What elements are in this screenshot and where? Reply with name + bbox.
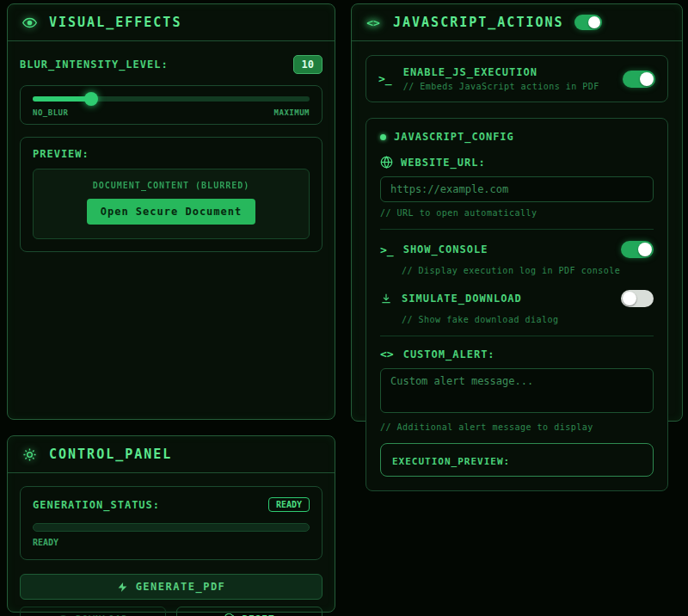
gear-icon <box>20 445 39 464</box>
show-console-hint: // Display execution log in PDF console <box>402 266 654 275</box>
show-console-label: SHOW_CONSOLE <box>403 243 611 256</box>
javascript-actions-master-toggle[interactable] <box>574 15 602 30</box>
status-text: READY <box>33 538 310 547</box>
generation-progress-bar <box>33 523 310 532</box>
enable-js-toggle[interactable] <box>623 71 655 88</box>
visual-effects-panel: VISUAL_EFFECTS BLUR_INTENSITY_LEVEL: 10 … <box>7 3 335 420</box>
globe-icon <box>380 156 393 169</box>
terminal-icon: >_ <box>380 243 394 256</box>
config-section-title: JAVASCRIPT_CONFIG <box>394 131 514 143</box>
toggle-knob <box>638 243 652 256</box>
website-url-input[interactable] <box>380 176 654 202</box>
javascript-actions-header: <> JAVASCRIPT_ACTIONS <box>352 4 682 41</box>
custom-alert-textarea[interactable] <box>380 368 654 413</box>
download-button[interactable]: DOWNLOAD <box>20 607 166 616</box>
javascript-config-section: JAVASCRIPT_CONFIG WEBSITE_URL: // URL to… <box>366 118 668 491</box>
divider <box>380 229 654 230</box>
generation-status-label: GENERATION_STATUS: <box>33 499 160 511</box>
blur-slider-fill <box>33 96 91 102</box>
enable-js-label: ENABLE_JS_EXECUTION <box>403 66 599 78</box>
status-badge: READY <box>268 497 310 512</box>
enable-js-row: >_ ENABLE_JS_EXECUTION // Embeds JavaScr… <box>366 55 668 102</box>
toggle-knob <box>588 16 600 28</box>
blurred-document-text: DOCUMENT_CONTENT (BLURRED) <box>42 181 300 190</box>
simulate-download-label: SIMULATE_DOWNLOAD <box>402 293 611 305</box>
show-console-toggle[interactable] <box>621 241 654 258</box>
control-panel: CONTROL_PANEL GENERATION_STATUS: READY R… <box>7 435 335 613</box>
download-label: DOWNLOAD <box>76 613 128 616</box>
generate-pdf-button[interactable]: GENERATE_PDF <box>20 574 322 600</box>
code-brackets-icon: <> <box>380 348 394 360</box>
pdf-generator-app: VISUAL_EFFECTS BLUR_INTENSITY_LEVEL: 10 … <box>0 0 688 616</box>
execution-preview-box: EXECUTION_PREVIEW: <box>380 443 654 477</box>
generate-pdf-label: GENERATE_PDF <box>136 581 226 593</box>
blur-intensity-label: BLUR_INTENSITY_LEVEL: <box>20 59 169 71</box>
slider-min-label: NO_BLUR <box>33 108 68 117</box>
javascript-actions-panel: <> JAVASCRIPT_ACTIONS >_ ENABLE_JS_EXECU… <box>351 3 683 422</box>
execution-preview-label: EXECUTION_PREVIEW: <box>392 456 510 467</box>
eye-icon <box>58 613 69 616</box>
blur-slider-container: NO_BLUR MAXIMUM <box>20 85 322 125</box>
custom-alert-label: CUSTOM_ALERT: <box>403 348 654 360</box>
eye-icon <box>20 13 39 32</box>
panel-title: JAVASCRIPT_ACTIONS <box>393 15 564 30</box>
preview-container: PREVIEW: DOCUMENT_CONTENT (BLURRED) Open… <box>20 137 322 252</box>
terminal-icon: >_ <box>378 72 392 85</box>
open-secure-document-button[interactable]: Open Secure Document <box>87 199 256 225</box>
blur-slider[interactable] <box>33 96 310 102</box>
custom-alert-hint: // Additional alert message to display <box>380 422 654 432</box>
panel-title: VISUAL_EFFECTS <box>49 15 181 30</box>
code-brackets-icon: <> <box>364 13 383 32</box>
website-url-label: WEBSITE_URL: <box>401 157 486 169</box>
blur-slider-thumb[interactable] <box>84 92 98 106</box>
control-panel-header: CONTROL_PANEL <box>8 436 335 473</box>
generation-status-box: GENERATION_STATUS: READY READY <box>20 486 322 560</box>
reset-button[interactable]: RESET <box>176 607 322 616</box>
enable-js-hint: // Embeds JavaScript actions in PDF <box>403 82 599 91</box>
toggle-knob <box>640 72 654 86</box>
document-preview: DOCUMENT_CONTENT (BLURRED) Open Secure D… <box>33 169 310 239</box>
slider-max-label: MAXIMUM <box>274 108 310 117</box>
toggle-knob <box>623 292 636 305</box>
blur-value-badge: 10 <box>293 55 322 74</box>
reset-label: RESET <box>242 613 274 616</box>
simulate-download-toggle[interactable] <box>621 290 654 307</box>
reset-icon <box>224 613 235 616</box>
divider <box>380 336 654 336</box>
website-url-hint: // URL to open automatically <box>380 208 654 218</box>
panel-title: CONTROL_PANEL <box>49 447 172 462</box>
visual-effects-header: VISUAL_EFFECTS <box>8 4 335 41</box>
download-icon <box>380 293 392 305</box>
simulate-download-hint: // Show fake download dialog <box>402 315 654 324</box>
lightning-icon <box>117 582 128 593</box>
preview-label: PREVIEW: <box>33 148 310 160</box>
status-dot-icon <box>380 134 386 140</box>
